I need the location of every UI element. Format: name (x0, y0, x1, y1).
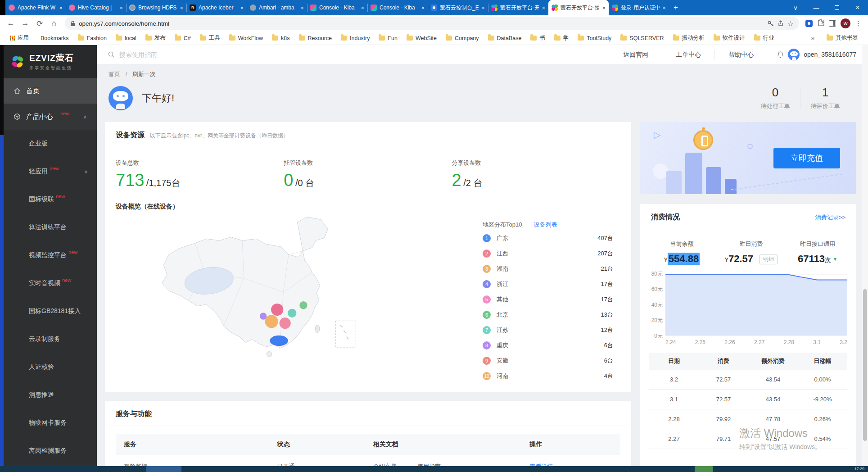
side-panel-icon[interactable] (829, 20, 836, 27)
restore-button[interactable] (827, 0, 847, 15)
top-nav-link[interactable]: 工单中心 (662, 50, 714, 59)
bookmark-item[interactable]: 软件设计 (709, 34, 750, 42)
doc-intro-link[interactable]: 介绍文档 (373, 463, 397, 466)
sidebar-item[interactable]: 轻应用 new ∨ (4, 158, 97, 186)
browser-tab[interactable]: Console - Kiba × (367, 0, 428, 15)
bookmark-item[interactable]: Resource (294, 35, 337, 41)
browser-tab[interactable]: Ambari - amba × (247, 0, 307, 15)
extensions-puzzle-icon[interactable] (817, 19, 824, 28)
menu-kebab-icon[interactable]: ⋮ (855, 19, 862, 27)
tab-close-icon[interactable]: × (240, 5, 244, 11)
bookmark-item[interactable]: C# (170, 35, 195, 41)
spend-chart-svg[interactable] (665, 274, 847, 336)
bookmark-item[interactable]: DataBase (484, 35, 526, 41)
bookmark-item[interactable]: SQLSERVER (616, 35, 668, 41)
tab-close-icon[interactable]: × (481, 5, 485, 11)
tab-close-icon[interactable]: × (300, 5, 304, 11)
profile-avatar[interactable]: w (841, 18, 850, 28)
caret-down-icon[interactable]: ▼ (833, 257, 837, 262)
search-input[interactable] (119, 51, 254, 58)
bookmark-star-icon[interactable]: ☆ (787, 19, 794, 28)
consumption-records-link[interactable]: 消费记录>> (815, 213, 845, 222)
browser-tab[interactable]: Hive Catalog | × (66, 0, 126, 15)
search-box[interactable] (108, 51, 610, 58)
bell-icon[interactable] (777, 51, 784, 59)
bookmark-item[interactable]: 行业 (750, 34, 779, 42)
key-icon[interactable] (767, 20, 774, 27)
browser-tab[interactable]: 登录-用户认证中 × (609, 0, 669, 15)
browser-tab[interactable]: Console - Kiba × (307, 0, 367, 15)
sidebar-item[interactable]: 离岗检测服务 (4, 437, 97, 465)
forward-icon[interactable]: → (19, 17, 32, 30)
sidebar-item[interactable]: 视频监控平台 new (4, 241, 97, 269)
windows-taskbar[interactable]: 17:29 (0, 466, 868, 472)
bookmark-item[interactable]: Bookmarks (33, 35, 73, 41)
sidebar-item[interactable]: 物联网卡服务 (4, 409, 97, 437)
device-list-link[interactable]: 设备列表 (533, 221, 557, 229)
bookmark-item[interactable]: Fashion (73, 35, 111, 41)
extension-bing-icon[interactable] (805, 20, 813, 27)
browser-tab[interactable]: 萤石云控制台_E × (428, 0, 488, 15)
sidebar-section-products[interactable]: 产品中心 new ∧ (4, 104, 97, 130)
bookmark-item[interactable]: WebSite (402, 35, 441, 41)
recharge-button[interactable]: 立即充值 (773, 148, 840, 168)
browser-tab[interactable]: 萤石开放平台-开 × (488, 0, 548, 15)
tab-close-icon[interactable]: × (59, 5, 63, 11)
bookmark-item[interactable]: local (111, 35, 141, 41)
sidebar-item[interactable]: 人证核验 (4, 353, 97, 381)
sidebar-item[interactable]: 算法训练平台 (4, 213, 97, 241)
top-nav-link[interactable]: 帮助中心 (714, 50, 767, 59)
sidebar-item[interactable]: 云录制服务 (4, 325, 97, 353)
page-scrollbar[interactable] (862, 45, 868, 466)
tab-close-icon[interactable]: × (662, 5, 666, 11)
tab-close-icon[interactable]: × (602, 5, 606, 11)
bookmarks-overflow-icon[interactable]: » (808, 35, 818, 41)
user-box[interactable]: open_3581616077 (767, 49, 868, 60)
taskbar-app-button[interactable] (146, 466, 181, 472)
bookmark-item[interactable]: 书 (526, 34, 550, 42)
user-avatar[interactable] (788, 49, 800, 60)
bookmark-item[interactable]: Company (441, 35, 484, 41)
sidebar-item[interactable]: 企业版 (4, 130, 97, 158)
bookmark-item[interactable]: 发布 (141, 34, 170, 42)
china-map[interactable] (132, 213, 483, 382)
tab-close-icon[interactable]: × (421, 5, 425, 11)
bookmark-item[interactable]: Fun (374, 35, 402, 41)
sidebar-item[interactable]: 国标GB28181接入 (4, 297, 97, 325)
bookmark-item[interactable]: 工具 (195, 34, 225, 42)
new-tab-button[interactable]: + (669, 0, 683, 15)
browser-tab[interactable]: Apache Flink W × (5, 0, 66, 15)
close-button[interactable]: × (847, 0, 868, 15)
home-icon[interactable]: ⌂ (48, 17, 60, 30)
review-workorders[interactable]: 1 待评价工单 (800, 86, 850, 110)
detail-button[interactable]: 明细 (760, 254, 778, 264)
top-nav-link[interactable]: 返回官网 (610, 50, 662, 59)
tab-close-icon[interactable]: × (361, 5, 364, 11)
view-details-link[interactable]: 查看详情 (529, 463, 620, 466)
bookmark-item[interactable]: 学 (550, 34, 574, 42)
bookmark-item[interactable]: WorkFlow (225, 35, 267, 41)
scrollbar-thumb[interactable] (863, 289, 867, 441)
sidebar-item[interactable]: 消息推送 (4, 381, 97, 409)
pending-workorders[interactable]: 0 待处理工单 (750, 86, 800, 110)
taskbar-app-button[interactable] (695, 466, 713, 472)
sidebar-item[interactable]: 国标级联 new (4, 186, 97, 213)
sidebar-item-home[interactable]: 首页 (4, 78, 97, 104)
browser-tab[interactable]: Browsing HDFS × (126, 0, 186, 15)
reload-icon[interactable]: ⟳ (33, 17, 46, 30)
bookmark-item[interactable]: 应用 (5, 34, 33, 42)
tab-close-icon[interactable]: × (542, 5, 545, 11)
share-icon[interactable] (778, 20, 784, 27)
tab-close-icon[interactable]: × (119, 5, 123, 11)
browser-tab[interactable]: Apache Iceber × (186, 0, 247, 15)
app-logo[interactable]: EZVIZ萤石 乐享安全智能生活 (4, 45, 97, 78)
bookmark-item[interactable]: 振动分析 (669, 34, 709, 42)
bookmark-item[interactable]: Industry (336, 35, 374, 41)
bookmark-item[interactable]: k8s (267, 35, 294, 41)
tab-close-icon[interactable]: × (180, 5, 183, 11)
doc-guide-link[interactable]: 使用指南 (417, 463, 441, 466)
tab-search-icon[interactable]: ∨ (785, 0, 806, 15)
minimize-button[interactable]: — (806, 0, 827, 15)
browser-tab[interactable]: 萤石开放平台-接 × (548, 0, 609, 15)
address-bar[interactable]: open.ys7.com/console/home.html ☆ (65, 17, 799, 30)
